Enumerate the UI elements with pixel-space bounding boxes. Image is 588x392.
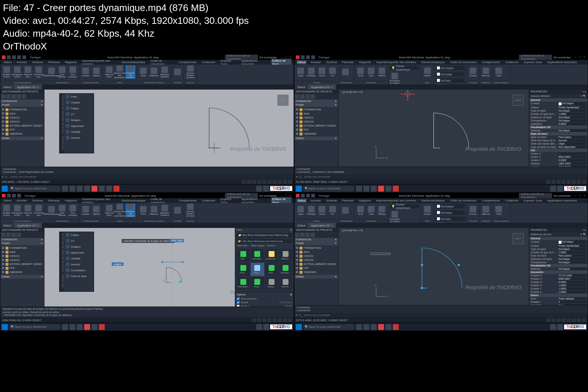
property-combo[interactable]: DuCalqu [435,210,465,215]
project-tree-item[interactable]: ⊞ GBDEMO [296,132,337,136]
ribbon-tab[interactable]: Rapports [64,199,78,203]
ribbon-button[interactable]: Polyligne [306,204,316,217]
ribbon-button[interactable]: Modifier le bloc [2,65,11,79]
palette-item[interactable]: Point [64,94,94,99]
property-row[interactable]: TransparenceDuCalque [529,261,588,264]
ribbon-tab[interactable]: Collaborer [201,60,216,64]
ribbon-button[interactable]: Arc [328,65,337,79]
ribbon-button[interactable] [341,204,350,217]
pm-tool-icon[interactable] [6,94,11,99]
library-combo[interactable]: 📁 Mes Blocs Electriques Avec Maison.dwg [237,233,292,237]
project-tree-item[interactable]: ⊞ FORMATION [2,246,43,250]
status-icon[interactable] [273,180,277,184]
palette-item[interactable]: Rotation [64,244,94,250]
status-icon[interactable] [567,180,571,184]
ribbon-tab[interactable]: Collaborer [201,199,216,203]
taskbar-app-icon[interactable] [356,324,362,330]
palette-item[interactable]: Alignement [64,250,94,255]
palette-tab[interactable]: Grand Li... [267,244,277,247]
pm-section[interactable]: Projets▾ [0,242,44,245]
ribbon-tab[interactable]: Panneau [341,60,355,64]
project-tree-item[interactable]: ⊞ GBDEMO [2,132,43,136]
pm-tool-icon[interactable] [295,233,300,237]
project-tree-item[interactable]: ⊞ GBDEMO [2,270,43,274]
gear-icon[interactable]: ⚙ [290,229,292,232]
property-row[interactable]: Type de ligneDuCalque [529,109,588,112]
property-combo[interactable]: DuCalque [435,204,465,208]
project-tree-item[interactable]: ⊞ GBDEMO [296,270,337,274]
ribbon-tab[interactable]: Applications associées [546,199,578,203]
status-icon[interactable] [562,180,566,184]
ribbon-tab[interactable]: Compléments [178,199,198,203]
status-icon[interactable] [551,180,555,184]
taskbar-app-icon[interactable] [378,324,384,330]
taskbar-app-icon[interactable] [92,186,97,192]
share-button[interactable]: Partager [319,194,330,197]
block-thumbnail[interactable]: Lampe Inca... [265,249,278,262]
status-icon[interactable] [262,180,266,184]
ribbon-tab[interactable]: Schéma [325,199,338,203]
ribbon-button[interactable]: Insérer [423,65,432,79]
project-tree-item[interactable]: ⊞ AAA [2,112,43,116]
taskbar-app-icon[interactable] [386,186,391,192]
start-button[interactable] [296,324,302,330]
palette-item[interactable]: Visibilité [64,129,94,135]
ribbon-tab[interactable]: Annoter [15,60,28,64]
taskbar-app-icon[interactable] [106,186,112,192]
project-tree-item[interactable]: ⊞ CEDO1 [2,254,43,258]
taskbar-app-icon[interactable] [371,324,377,330]
layer-combo[interactable]: 💡Portes dynamique [390,204,419,208]
ribbon-button[interactable]: Ligne [296,65,305,79]
status-icon[interactable] [556,318,560,322]
block-thumbnail[interactable]: Interrupteu... [251,249,264,262]
ribbon-button[interactable]: Cote [366,65,376,79]
ribbon-button[interactable] [173,65,182,79]
signin-button[interactable]: Se connecter [553,194,571,197]
pm-tool-icon[interactable] [17,94,21,99]
ribbon-button[interactable]: Propriétés du calque [390,72,399,85]
palette-item[interactable]: Inverser [64,135,94,141]
pm-tool-icon[interactable] [311,233,315,237]
ribbon-button[interactable]: Alignée [92,204,101,217]
ribbon-tab[interactable]: Annoter [15,199,28,203]
ribbon-button[interactable]: Contrainte auto [34,65,43,79]
start-button[interactable] [296,186,302,192]
ribbon-button[interactable]: Gestionnaire des paramètres [115,65,125,79]
status-icon[interactable] [278,318,282,322]
tray-icon[interactable] [263,324,269,330]
minimize-icon[interactable]: − [574,194,577,197]
project-tree-item[interactable]: ⊞ AAA [2,250,43,254]
property-category[interactable]: Divers [529,294,588,297]
taskbar-app-icon[interactable] [62,186,68,192]
qat-icon[interactable] [301,194,305,197]
ribbon-button[interactable]: Cercle [317,204,327,217]
ribbon-tab[interactable]: Electromécanique [420,199,446,203]
property-row[interactable]: MatériauDuCalque [529,267,588,271]
property-row[interactable]: Echelle du type de li...1.0000 [529,112,588,116]
ribbon-button[interactable]: Définition d'attribut [160,65,169,79]
status-icon[interactable] [242,180,246,184]
block-thumbnail[interactable]: Prise Elec... [279,263,292,276]
property-row[interactable]: Table des styles de tr...Aucune [529,139,588,142]
property-row[interactable]: CalquePortes dynamique [529,106,588,109]
ribbon-button[interactable]: Mesurer [481,65,491,79]
palette-titlebar[interactable]: PALETTES DE CREATION DE BLOCS - TOUTES L… [60,94,64,153]
project-tree-item[interactable]: ⊞ AAA [296,112,337,116]
project-tree-item[interactable]: ⊞ CEDO1 [2,116,43,120]
qat-icon[interactable] [7,55,11,59]
tray-icon[interactable] [550,186,556,192]
ribbon-tab[interactable]: Rapports [358,199,372,203]
taskbar-app-icon[interactable] [77,186,83,192]
ribbon-tab[interactable]: Début [3,199,12,203]
palette-item[interactable]: XY [64,238,94,244]
ribbon-tab[interactable]: Applications associées [546,60,578,64]
ribbon-button[interactable]: Enregistrer le bloc [12,65,22,79]
status-icon[interactable] [257,318,261,322]
property-row[interactable]: Position Z0.0000 [529,280,588,284]
ribbon-button[interactable]: Texte [356,204,365,217]
ribbon-button[interactable]: Définition d'attribut [160,204,169,217]
block-authoring-palette[interactable]: PALETTES DE CREATION DE BLOCS - TOUTES L… [59,93,94,153]
ribbon-tab[interactable]: Electromécanique [121,199,146,203]
ribbon-button[interactable]: Linéaire [81,204,90,217]
pm-details[interactable]: Détails▾ [0,137,44,140]
